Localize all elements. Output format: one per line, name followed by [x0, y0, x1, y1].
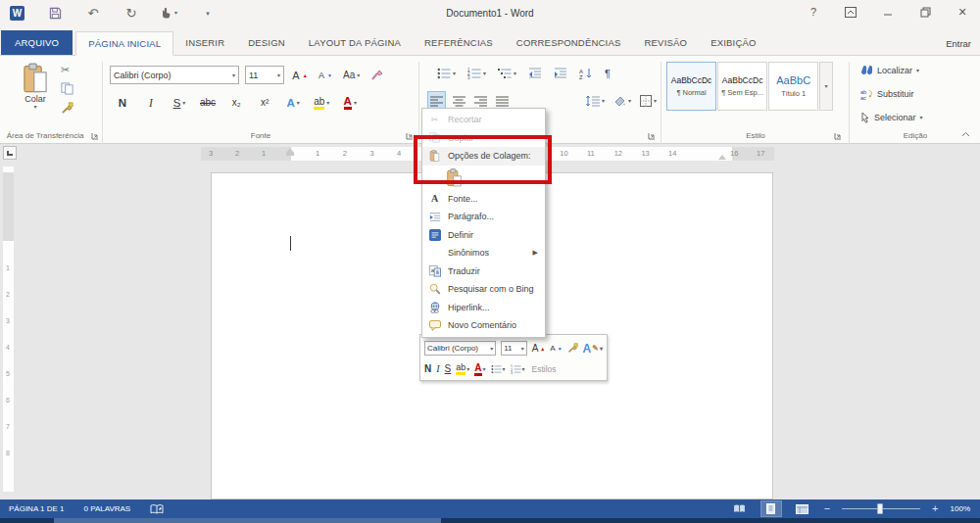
mini-font-color-button[interactable]: A▾: [474, 362, 485, 376]
proofing-icon[interactable]: [150, 504, 164, 514]
font-name-combo[interactable]: Calibri (Corpo)▾: [110, 66, 239, 84]
tab-view[interactable]: EXIBIÇÃO: [699, 30, 767, 55]
highlight-button[interactable]: ab▾: [312, 92, 331, 113]
menu-item-hyperlink[interactable]: Hiperlink...: [422, 299, 545, 317]
mini-styles-icon[interactable]: A✎▾: [583, 342, 603, 356]
collapse-ribbon-icon[interactable]: [961, 131, 970, 137]
tab-references[interactable]: REFERÊNCIAS: [413, 30, 505, 55]
menu-item-paragraph[interactable]: Parágrafo...: [422, 208, 545, 226]
sign-in-link[interactable]: Entrar: [946, 38, 971, 49]
menu-item-define[interactable]: Definir: [422, 226, 545, 245]
select-button[interactable]: Selecionar▾: [860, 112, 923, 123]
right-indent-marker[interactable]: [718, 155, 726, 160]
copy-button[interactable]: [61, 82, 74, 95]
numbered-list-icon[interactable]: 123▾: [466, 64, 488, 83]
tab-mailings[interactable]: CORRESPONDÊNCIAS: [505, 30, 633, 55]
styles-more-icon[interactable]: ▾: [819, 62, 833, 111]
style-name: ¶ Normal: [676, 88, 706, 97]
ruler-number: 17: [757, 150, 764, 158]
tab-insert[interactable]: INSERIR: [173, 30, 236, 55]
multilevel-list-icon[interactable]: ▾: [496, 64, 518, 83]
read-mode-icon[interactable]: [730, 501, 750, 516]
mini-highlight-button[interactable]: ab▾: [456, 362, 469, 375]
tab-design[interactable]: DESIGN: [236, 30, 297, 55]
menu-item-font[interactable]: A Fonte...: [422, 190, 545, 209]
paste-button[interactable]: Colar ▾: [14, 63, 57, 129]
restore-icon[interactable]: [917, 4, 933, 20]
format-painter-button[interactable]: [61, 102, 74, 115]
font-size-combo[interactable]: 11▾: [245, 66, 284, 84]
mini-bold-button[interactable]: N: [424, 363, 431, 374]
superscript-button[interactable]: x²: [255, 92, 274, 113]
show-marks-icon[interactable]: ¶: [603, 64, 612, 83]
zoom-slider-thumb[interactable]: [877, 503, 883, 514]
sort-icon[interactable]: AZ: [577, 64, 595, 83]
indent-markers[interactable]: [286, 147, 294, 156]
ruler-number: 11: [587, 150, 595, 158]
mini-font-size-combo[interactable]: 11▾: [501, 341, 527, 356]
subscript-button[interactable]: x₂: [226, 92, 246, 113]
menu-item-new-comment[interactable]: Novo Comentário: [422, 316, 545, 335]
web-layout-icon[interactable]: [793, 501, 812, 516]
cut-button[interactable]: ✂: [61, 64, 70, 76]
mini-underline-button[interactable]: S: [445, 363, 452, 374]
tab-home[interactable]: PÁGINA INICIAL: [75, 31, 173, 56]
page-indicator[interactable]: PÁGINA 1 DE 1: [9, 504, 64, 513]
mini-font-name-combo[interactable]: Calibri (Corpo)▾: [424, 341, 496, 356]
select-cursor-icon: [860, 112, 870, 123]
style-normal[interactable]: AaBbCcDc ¶ Normal: [666, 62, 716, 111]
search-icon: [427, 283, 442, 295]
underline-button[interactable]: S▾: [170, 92, 189, 113]
mini-grow-font-button[interactable]: A: [532, 343, 546, 354]
bullet-list-icon[interactable]: ▾: [435, 64, 458, 83]
mini-bullets-icon[interactable]: ▾: [491, 364, 506, 374]
zoom-level[interactable]: 100%: [951, 504, 970, 513]
clear-formatting-icon[interactable]: [368, 65, 387, 85]
shading-icon[interactable]: ▾: [612, 91, 633, 111]
strikethrough-button[interactable]: abc: [198, 92, 218, 113]
change-case-button[interactable]: Aa▾: [341, 65, 362, 85]
mini-shrink-font-button[interactable]: A: [550, 344, 562, 353]
word-count[interactable]: 0 PALAVRAS: [83, 504, 130, 513]
shrink-font-button[interactable]: A: [316, 65, 335, 85]
increase-indent-icon[interactable]: [552, 64, 569, 83]
line-spacing-icon[interactable]: ▾: [584, 91, 607, 111]
menu-item-translate[interactable]: aã Traduzir: [422, 262, 545, 281]
menu-label: Recortar: [448, 115, 482, 124]
help-icon[interactable]: ?: [806, 4, 821, 20]
paragraph-dialog-launcher-icon[interactable]: [647, 131, 657, 141]
print-layout-icon[interactable]: [761, 501, 781, 516]
ribbon-display-options-icon[interactable]: [843, 4, 858, 20]
editing-group-label: Edição: [853, 131, 978, 140]
borders-icon[interactable]: ▾: [638, 91, 659, 111]
bold-button[interactable]: N: [113, 92, 132, 113]
text-effects-button[interactable]: A▾: [283, 92, 303, 113]
zoom-in-button[interactable]: +: [932, 503, 938, 514]
style-heading1[interactable]: AaBbC Título 1: [768, 62, 818, 111]
replace-button[interactable]: abac Substituir: [860, 88, 914, 100]
italic-button[interactable]: I: [141, 92, 161, 113]
mini-italic-button[interactable]: I: [436, 363, 439, 374]
tab-page-layout[interactable]: LAYOUT DA PÁGINA: [297, 30, 413, 55]
minimize-icon[interactable]: [880, 4, 896, 20]
menu-label: Sinônimos: [448, 248, 489, 258]
mini-format-painter-icon[interactable]: [567, 343, 578, 354]
style-no-spacing[interactable]: AaBbCcDc ¶ Sem Esp...: [717, 62, 767, 111]
menu-item-synonyms[interactable]: Sinônimos ▶: [422, 244, 545, 262]
tab-file[interactable]: ARQUIVO: [1, 30, 73, 55]
menu-item-search-bing[interactable]: Pesquisar com o Bing: [422, 280, 545, 299]
close-icon[interactable]: ✕: [955, 4, 970, 20]
mini-numbering-icon[interactable]: 123▾: [511, 364, 525, 374]
find-button[interactable]: Localizar▾: [860, 65, 919, 75]
find-label: Localizar: [877, 66, 912, 75]
clipboard-dialog-launcher-icon[interactable]: [90, 131, 100, 141]
grow-font-button[interactable]: A: [290, 65, 310, 85]
tab-review[interactable]: REVISÃO: [633, 30, 700, 55]
tab-stop-selector[interactable]: [3, 146, 17, 160]
zoom-out-button[interactable]: −: [824, 503, 830, 514]
font-color-button[interactable]: A▾: [340, 92, 360, 113]
decrease-indent-icon[interactable]: [526, 64, 544, 83]
styles-dialog-launcher-icon[interactable]: [833, 131, 843, 141]
zoom-slider[interactable]: [842, 508, 920, 509]
mini-styles-label[interactable]: Estilos: [532, 364, 557, 374]
